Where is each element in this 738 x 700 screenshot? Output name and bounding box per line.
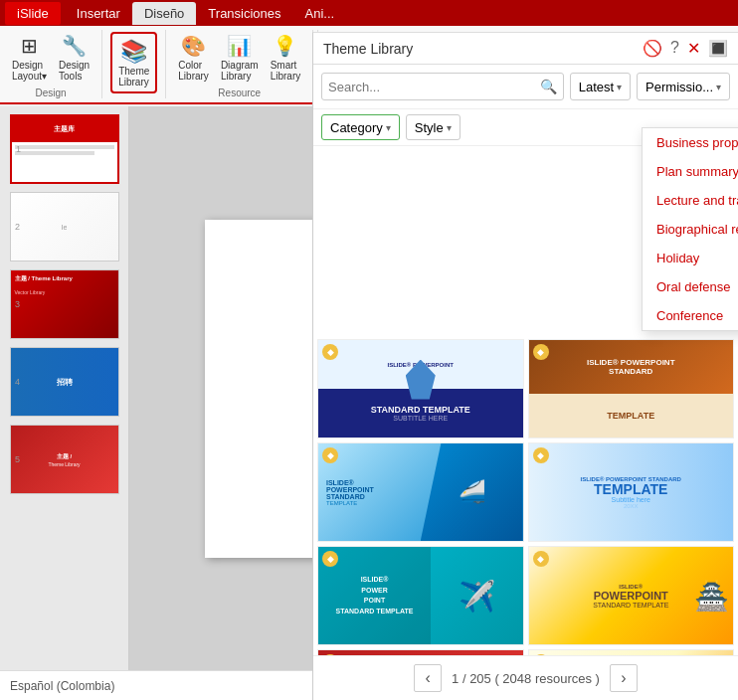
diagram-library-button[interactable]: 📊 DiagramLibrary bbox=[217, 30, 263, 84]
page-info: 1 / 205 ( 2048 resources ) bbox=[452, 671, 600, 686]
style-filter-label: Style bbox=[415, 120, 444, 135]
style-chevron-icon: ▾ bbox=[447, 122, 452, 133]
template-item-3[interactable]: ISLIDE® POWERPOINT STANDARD TEMPLATE 🚄 ◆ bbox=[317, 442, 524, 542]
slide-thumb-5[interactable]: 主题 / Theme Library 5 bbox=[10, 425, 119, 494]
slide-thumb-2[interactable]: Ie 2 bbox=[10, 192, 119, 262]
theme-library-highlight: 📚 ThemeLibrary bbox=[110, 32, 157, 93]
template-item-6[interactable]: ISLIDE® POWERPOINT STANDARD TEMPLATE 🏯 ◆ bbox=[528, 546, 735, 645]
template-item-5[interactable]: ISLIDE®POWERPOINTSTANDARD TEMPLATE ✈️ ◆ bbox=[317, 546, 524, 645]
category-dropdown: Business proposal Plan summary Lecture a… bbox=[642, 127, 738, 331]
search-bar: 🔍 Latest ▾ Permissio... ▾ bbox=[313, 65, 738, 109]
template-item-4[interactable]: ISLIDE® POWERPOINT STANDARD TEMPLATE Sub… bbox=[528, 442, 735, 542]
ban-icon[interactable]: 🚫 bbox=[643, 39, 662, 58]
template-item-8[interactable]: ISLIDE® POWERPOINT STANDARD TEMPLATE 🏗️ … bbox=[528, 649, 735, 655]
design-layout-label: DesignLayout▾ bbox=[12, 60, 47, 82]
theme-library-label: ThemeLibrary bbox=[118, 66, 149, 88]
maximize-icon[interactable]: 🔳 bbox=[708, 39, 728, 58]
help-icon[interactable]: ? bbox=[670, 39, 679, 58]
diagram-library-icon: 📊 bbox=[226, 32, 254, 60]
design-layout-button[interactable]: ⊞ DesignLayout▾ bbox=[8, 30, 51, 84]
next-page-button[interactable]: › bbox=[610, 664, 638, 692]
slide-thumb-1[interactable]: 主题库 1 bbox=[10, 114, 119, 184]
color-library-icon: 🎨 bbox=[180, 32, 208, 60]
category-chevron-icon: ▾ bbox=[386, 122, 391, 133]
category-item-business-proposal[interactable]: Business proposal bbox=[643, 128, 738, 157]
template-item-1[interactable]: ISLIDE® POWERPOINT STANDARD TEMPLATE SUB… bbox=[317, 339, 524, 438]
search-input-wrap: 🔍 bbox=[321, 73, 564, 100]
template-badge-4: ◆ bbox=[533, 447, 549, 463]
title-bar-controls: 🚫 ? ✕ 🔳 bbox=[643, 39, 728, 58]
design-layout-icon: ⊞ bbox=[16, 32, 44, 60]
style-filter-button[interactable]: Style ▾ bbox=[406, 114, 461, 140]
permission-dropdown[interactable]: Permissio... ▾ bbox=[637, 73, 730, 100]
smart-library-icon: 💡 bbox=[272, 32, 299, 60]
template-badge-2: ◆ bbox=[533, 344, 549, 360]
category-item-oral-defense[interactable]: Oral defense bbox=[643, 272, 738, 301]
color-library-label: ColorLibrary bbox=[178, 60, 209, 82]
search-input[interactable] bbox=[328, 80, 540, 94]
design-group-label: Design bbox=[36, 88, 67, 98]
category-item-plan-summary[interactable]: Plan summary bbox=[643, 157, 738, 186]
design-tools-label: DesignTools bbox=[59, 60, 90, 82]
template-badge-6: ◆ bbox=[533, 551, 549, 567]
color-library-button[interactable]: 🎨 ColorLibrary bbox=[174, 30, 213, 84]
smart-library-button[interactable]: 💡 SmartLibrary bbox=[267, 30, 305, 84]
slide-thumb-3[interactable]: 主题 / Theme Library Vector Library 3 bbox=[10, 269, 119, 339]
language-label: Español (Colombia) bbox=[10, 679, 114, 693]
ribbon-tabs: iSlide Insertar Diseño Transiciones Ani.… bbox=[0, 0, 738, 26]
category-item-biographical-resume[interactable]: Biographical resume bbox=[643, 215, 738, 244]
template-badge-1: ◆ bbox=[322, 344, 338, 360]
design-tools-icon: 🔧 bbox=[61, 32, 89, 60]
prev-page-button[interactable]: ‹ bbox=[414, 664, 442, 692]
theme-library-title-bar: Theme Library 🚫 ? ✕ 🔳 bbox=[313, 33, 738, 65]
template-badge-5: ◆ bbox=[322, 551, 338, 567]
design-tools-button[interactable]: 🔧 DesignTools bbox=[55, 30, 93, 84]
latest-dropdown[interactable]: Latest ▾ bbox=[570, 73, 631, 100]
latest-chevron-icon: ▾ bbox=[617, 82, 622, 92]
category-item-holiday[interactable]: Holiday bbox=[643, 244, 738, 272]
theme-library-button[interactable]: 📚 ThemeLibrary bbox=[114, 36, 153, 89]
ribbon-group-resource: 🎨 ColorLibrary 📊 DiagramLibrary 💡 SmartL… bbox=[166, 30, 313, 98]
pagination: ‹ 1 / 205 ( 2048 resources ) › bbox=[313, 655, 738, 700]
slide-panel: 主题库 1 Ie 2 主题 / Theme Library Vector Lib… bbox=[0, 106, 129, 670]
tab-diseno[interactable]: Diseño bbox=[132, 2, 196, 25]
tab-islide[interactable]: iSlide bbox=[5, 2, 61, 25]
grid-area: ISLIDE® POWERPOINT STANDARD TEMPLATE SUB… bbox=[313, 335, 738, 655]
category-filter-label: Category bbox=[330, 120, 383, 135]
search-icon: 🔍 bbox=[540, 79, 557, 94]
template-badge-3: ◆ bbox=[322, 447, 338, 463]
template-grid: ISLIDE® POWERPOINT STANDARD TEMPLATE SUB… bbox=[317, 339, 734, 655]
ribbon-group-design: ⊞ DesignLayout▾ 🔧 DesignTools Design bbox=[0, 30, 102, 98]
template-item-2[interactable]: ISLIDE® POWERPOINTSTANDARD TEMPLATE ◆ bbox=[528, 339, 735, 438]
smart-library-label: SmartLibrary bbox=[271, 60, 301, 82]
category-item-lecture-training[interactable]: Lecture and training bbox=[643, 186, 738, 215]
tab-transiciones[interactable]: Transiciones bbox=[196, 2, 292, 25]
resource-group-label: Resource bbox=[218, 88, 261, 98]
tab-ani[interactable]: Ani... bbox=[293, 2, 347, 25]
theme-library-panel: Theme Library 🚫 ? ✕ 🔳 🔍 Latest ▾ Permiss… bbox=[312, 32, 738, 700]
slide-thumb-4[interactable]: 招聘 4 bbox=[10, 347, 119, 417]
category-filter-button[interactable]: Category ▾ bbox=[321, 114, 400, 140]
tab-insertar[interactable]: Insertar bbox=[65, 2, 132, 25]
close-button[interactable]: ✕ bbox=[687, 39, 700, 58]
diagram-library-label: DiagramLibrary bbox=[221, 60, 259, 82]
category-item-conference[interactable]: Conference bbox=[643, 301, 738, 330]
permission-chevron-icon: ▾ bbox=[716, 82, 721, 92]
theme-library-icon: 📚 bbox=[120, 38, 148, 66]
panel-title: Theme Library bbox=[323, 41, 413, 57]
ribbon-group-theme: 📚 ThemeLibrary bbox=[102, 30, 166, 98]
template-item-7[interactable]: ISLIDE® POWERPOINT STANDARD TEMPLATE ···… bbox=[317, 649, 524, 655]
